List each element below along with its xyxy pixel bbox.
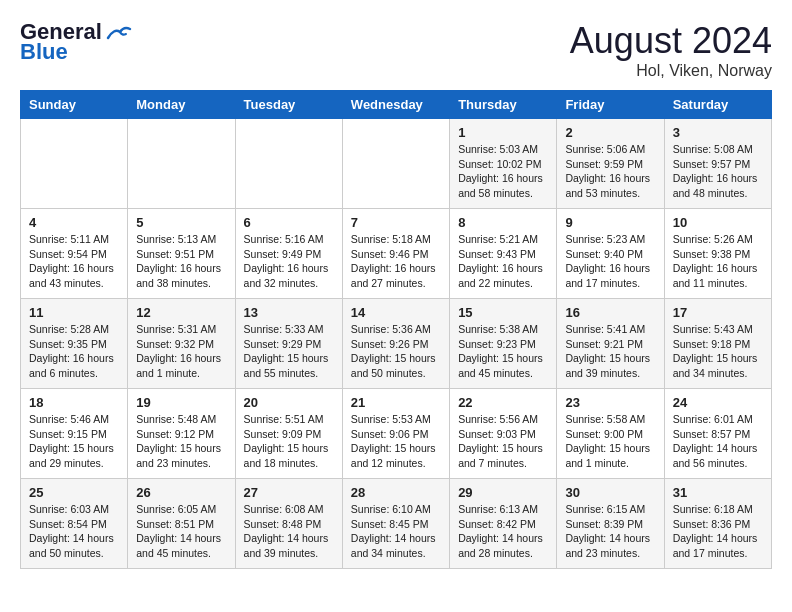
cell-content: Sunrise: 5:28 AM Sunset: 9:35 PM Dayligh…: [29, 322, 119, 381]
calendar-table: SundayMondayTuesdayWednesdayThursdayFrid…: [20, 90, 772, 569]
calendar-cell: 10Sunrise: 5:26 AM Sunset: 9:38 PM Dayli…: [664, 209, 771, 299]
calendar-cell: 3Sunrise: 5:08 AM Sunset: 9:57 PM Daylig…: [664, 119, 771, 209]
day-number: 6: [244, 215, 334, 230]
calendar-cell: [342, 119, 449, 209]
day-number: 18: [29, 395, 119, 410]
calendar-cell: [128, 119, 235, 209]
calendar-cell: 28Sunrise: 6:10 AM Sunset: 8:45 PM Dayli…: [342, 479, 449, 569]
calendar-cell: 13Sunrise: 5:33 AM Sunset: 9:29 PM Dayli…: [235, 299, 342, 389]
location-subtitle: Hol, Viken, Norway: [570, 62, 772, 80]
logo-blue-text: Blue: [20, 40, 68, 64]
calendar-cell: 30Sunrise: 6:15 AM Sunset: 8:39 PM Dayli…: [557, 479, 664, 569]
cell-content: Sunrise: 5:58 AM Sunset: 9:00 PM Dayligh…: [565, 412, 655, 471]
day-number: 19: [136, 395, 226, 410]
calendar-cell: 1Sunrise: 5:03 AM Sunset: 10:02 PM Dayli…: [450, 119, 557, 209]
day-number: 12: [136, 305, 226, 320]
day-number: 15: [458, 305, 548, 320]
cell-content: Sunrise: 5:56 AM Sunset: 9:03 PM Dayligh…: [458, 412, 548, 471]
day-header-wednesday: Wednesday: [342, 91, 449, 119]
calendar-cell: 5Sunrise: 5:13 AM Sunset: 9:51 PM Daylig…: [128, 209, 235, 299]
cell-content: Sunrise: 5:51 AM Sunset: 9:09 PM Dayligh…: [244, 412, 334, 471]
day-header-monday: Monday: [128, 91, 235, 119]
cell-content: Sunrise: 6:01 AM Sunset: 8:57 PM Dayligh…: [673, 412, 763, 471]
cell-content: Sunrise: 5:43 AM Sunset: 9:18 PM Dayligh…: [673, 322, 763, 381]
calendar-cell: 20Sunrise: 5:51 AM Sunset: 9:09 PM Dayli…: [235, 389, 342, 479]
day-number: 7: [351, 215, 441, 230]
logo-bird-icon: [104, 24, 132, 42]
day-number: 23: [565, 395, 655, 410]
day-number: 2: [565, 125, 655, 140]
cell-content: Sunrise: 5:53 AM Sunset: 9:06 PM Dayligh…: [351, 412, 441, 471]
cell-content: Sunrise: 6:05 AM Sunset: 8:51 PM Dayligh…: [136, 502, 226, 561]
cell-content: Sunrise: 6:10 AM Sunset: 8:45 PM Dayligh…: [351, 502, 441, 561]
cell-content: Sunrise: 5:23 AM Sunset: 9:40 PM Dayligh…: [565, 232, 655, 291]
month-year-title: August 2024: [570, 20, 772, 62]
calendar-cell: 2Sunrise: 5:06 AM Sunset: 9:59 PM Daylig…: [557, 119, 664, 209]
calendar-cell: 7Sunrise: 5:18 AM Sunset: 9:46 PM Daylig…: [342, 209, 449, 299]
day-number: 26: [136, 485, 226, 500]
day-header-row: SundayMondayTuesdayWednesdayThursdayFrid…: [21, 91, 772, 119]
cell-content: Sunrise: 5:21 AM Sunset: 9:43 PM Dayligh…: [458, 232, 548, 291]
calendar-cell: 12Sunrise: 5:31 AM Sunset: 9:32 PM Dayli…: [128, 299, 235, 389]
calendar-cell: 11Sunrise: 5:28 AM Sunset: 9:35 PM Dayli…: [21, 299, 128, 389]
cell-content: Sunrise: 6:08 AM Sunset: 8:48 PM Dayligh…: [244, 502, 334, 561]
cell-content: Sunrise: 5:08 AM Sunset: 9:57 PM Dayligh…: [673, 142, 763, 201]
calendar-cell: 18Sunrise: 5:46 AM Sunset: 9:15 PM Dayli…: [21, 389, 128, 479]
day-number: 17: [673, 305, 763, 320]
calendar-cell: 21Sunrise: 5:53 AM Sunset: 9:06 PM Dayli…: [342, 389, 449, 479]
calendar-cell: 8Sunrise: 5:21 AM Sunset: 9:43 PM Daylig…: [450, 209, 557, 299]
day-number: 21: [351, 395, 441, 410]
title-block: August 2024 Hol, Viken, Norway: [570, 20, 772, 80]
calendar-cell: 26Sunrise: 6:05 AM Sunset: 8:51 PM Dayli…: [128, 479, 235, 569]
day-number: 4: [29, 215, 119, 230]
cell-content: Sunrise: 5:48 AM Sunset: 9:12 PM Dayligh…: [136, 412, 226, 471]
calendar-cell: [235, 119, 342, 209]
day-number: 10: [673, 215, 763, 230]
cell-content: Sunrise: 5:31 AM Sunset: 9:32 PM Dayligh…: [136, 322, 226, 381]
cell-content: Sunrise: 5:16 AM Sunset: 9:49 PM Dayligh…: [244, 232, 334, 291]
week-row-4: 18Sunrise: 5:46 AM Sunset: 9:15 PM Dayli…: [21, 389, 772, 479]
day-header-thursday: Thursday: [450, 91, 557, 119]
cell-content: Sunrise: 6:15 AM Sunset: 8:39 PM Dayligh…: [565, 502, 655, 561]
calendar-cell: 23Sunrise: 5:58 AM Sunset: 9:00 PM Dayli…: [557, 389, 664, 479]
day-number: 13: [244, 305, 334, 320]
day-number: 9: [565, 215, 655, 230]
day-header-sunday: Sunday: [21, 91, 128, 119]
calendar-cell: 17Sunrise: 5:43 AM Sunset: 9:18 PM Dayli…: [664, 299, 771, 389]
day-number: 29: [458, 485, 548, 500]
calendar-cell: [21, 119, 128, 209]
cell-content: Sunrise: 5:26 AM Sunset: 9:38 PM Dayligh…: [673, 232, 763, 291]
calendar-cell: 14Sunrise: 5:36 AM Sunset: 9:26 PM Dayli…: [342, 299, 449, 389]
day-header-tuesday: Tuesday: [235, 91, 342, 119]
day-number: 1: [458, 125, 548, 140]
cell-content: Sunrise: 5:38 AM Sunset: 9:23 PM Dayligh…: [458, 322, 548, 381]
cell-content: Sunrise: 5:36 AM Sunset: 9:26 PM Dayligh…: [351, 322, 441, 381]
day-header-saturday: Saturday: [664, 91, 771, 119]
cell-content: Sunrise: 6:03 AM Sunset: 8:54 PM Dayligh…: [29, 502, 119, 561]
day-number: 24: [673, 395, 763, 410]
calendar-cell: 9Sunrise: 5:23 AM Sunset: 9:40 PM Daylig…: [557, 209, 664, 299]
cell-content: Sunrise: 5:46 AM Sunset: 9:15 PM Dayligh…: [29, 412, 119, 471]
calendar-cell: 19Sunrise: 5:48 AM Sunset: 9:12 PM Dayli…: [128, 389, 235, 479]
cell-content: Sunrise: 6:18 AM Sunset: 8:36 PM Dayligh…: [673, 502, 763, 561]
calendar-cell: 25Sunrise: 6:03 AM Sunset: 8:54 PM Dayli…: [21, 479, 128, 569]
week-row-5: 25Sunrise: 6:03 AM Sunset: 8:54 PM Dayli…: [21, 479, 772, 569]
cell-content: Sunrise: 5:13 AM Sunset: 9:51 PM Dayligh…: [136, 232, 226, 291]
week-row-3: 11Sunrise: 5:28 AM Sunset: 9:35 PM Dayli…: [21, 299, 772, 389]
day-number: 3: [673, 125, 763, 140]
day-number: 5: [136, 215, 226, 230]
day-number: 16: [565, 305, 655, 320]
calendar-cell: 6Sunrise: 5:16 AM Sunset: 9:49 PM Daylig…: [235, 209, 342, 299]
day-number: 8: [458, 215, 548, 230]
day-number: 22: [458, 395, 548, 410]
logo: General Blue: [20, 20, 132, 64]
cell-content: Sunrise: 6:13 AM Sunset: 8:42 PM Dayligh…: [458, 502, 548, 561]
day-number: 14: [351, 305, 441, 320]
day-number: 20: [244, 395, 334, 410]
calendar-cell: 29Sunrise: 6:13 AM Sunset: 8:42 PM Dayli…: [450, 479, 557, 569]
day-number: 27: [244, 485, 334, 500]
cell-content: Sunrise: 5:18 AM Sunset: 9:46 PM Dayligh…: [351, 232, 441, 291]
page-header: General Blue August 2024 Hol, Viken, Nor…: [20, 20, 772, 80]
calendar-cell: 4Sunrise: 5:11 AM Sunset: 9:54 PM Daylig…: [21, 209, 128, 299]
cell-content: Sunrise: 5:41 AM Sunset: 9:21 PM Dayligh…: [565, 322, 655, 381]
